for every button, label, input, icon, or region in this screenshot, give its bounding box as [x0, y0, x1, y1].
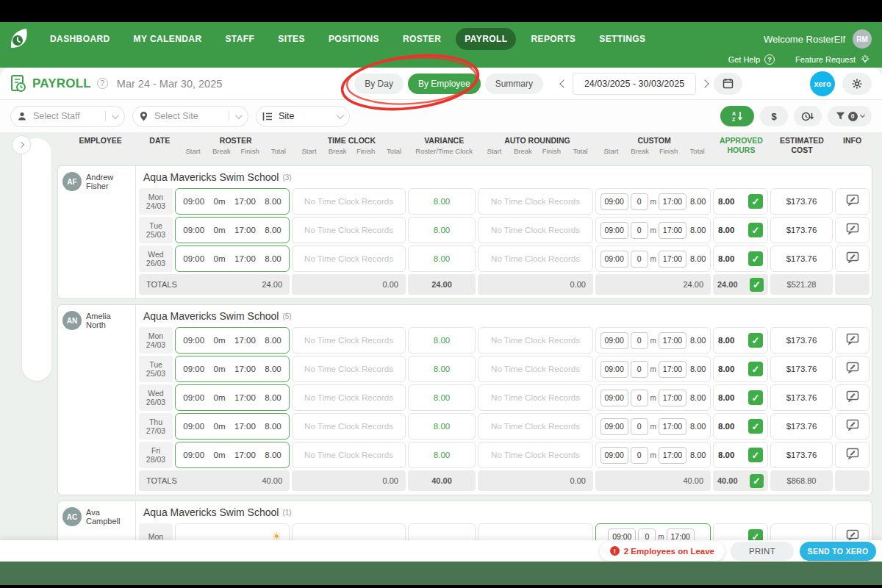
get-help-link[interactable]: Get Help ? — [728, 54, 775, 65]
employees-on-leave-button[interactable]: ! 2 Employees on Leave — [600, 542, 725, 561]
custom-break-input[interactable] — [631, 447, 648, 464]
totals-approved-checkbox[interactable] — [750, 474, 764, 488]
custom-start-input[interactable] — [600, 193, 628, 210]
custom-break-input[interactable] — [631, 390, 648, 406]
sub-label: Break — [625, 146, 654, 157]
roster-cell[interactable]: 09:000m17:008.00 — [175, 413, 290, 440]
custom-start-input[interactable] — [600, 390, 628, 406]
approved-checkbox[interactable] — [748, 223, 763, 237]
employee-avatar: AC — [62, 507, 82, 526]
custom-start-input[interactable] — [600, 447, 628, 464]
custom-break-input[interactable] — [638, 528, 656, 541]
custom-finish-input[interactable] — [659, 390, 686, 406]
prev-week-button[interactable] — [559, 79, 567, 87]
xero-integration-badge[interactable]: xero — [810, 71, 835, 96]
tab-by-employee[interactable]: By Employee — [408, 74, 481, 94]
group-by-dropdown[interactable]: Site — [256, 106, 350, 127]
custom-break-input[interactable] — [631, 418, 648, 435]
sub-label: Break — [509, 146, 537, 157]
custom-finish-input[interactable] — [659, 361, 686, 378]
edit-note-button[interactable] — [846, 362, 859, 376]
roster-cell[interactable]: 09:000m17:008.00 — [175, 188, 290, 215]
approved-cell: 8.00 — [713, 217, 768, 243]
approved-checkbox[interactable] — [748, 448, 763, 462]
col-label-info: INFO — [835, 135, 870, 146]
edit-note-button[interactable] — [846, 419, 859, 434]
custom-finish-input[interactable] — [659, 332, 686, 349]
edit-note-button[interactable] — [846, 223, 859, 237]
nav-item-positions[interactable]: POSITIONS — [320, 28, 388, 50]
custom-finish-input[interactable] — [659, 447, 686, 464]
custom-break-input[interactable] — [631, 222, 648, 239]
approved-checkbox[interactable] — [748, 194, 763, 209]
nav-item-payroll[interactable]: PAYROLL — [456, 28, 516, 50]
time-rounding-button[interactable] — [794, 106, 822, 126]
variance-cell: 8.00 — [408, 217, 476, 243]
custom-break-input[interactable] — [631, 251, 648, 268]
feature-request-link[interactable]: Feature Request — [795, 54, 870, 65]
tab-by-day[interactable]: By Day — [354, 74, 404, 94]
custom-finish-input[interactable] — [659, 193, 686, 210]
date-range-picker[interactable]: 24/03/2025 - 30/03/2025 — [573, 73, 696, 95]
custom-start-input[interactable] — [608, 528, 636, 541]
roster-cell[interactable]: 09:000m17:008.00 — [175, 327, 290, 354]
select-staff-dropdown[interactable]: Select Staff — [10, 106, 125, 127]
approved-checkbox[interactable] — [748, 362, 763, 376]
edit-note-button[interactable] — [846, 194, 859, 209]
edit-note-button[interactable] — [846, 390, 859, 405]
site-name: Aqua Mavericks Swim School — [143, 310, 279, 322]
nav-item-reports[interactable]: REPORTS — [522, 28, 584, 50]
next-week-button[interactable] — [700, 79, 709, 87]
nav-item-roster[interactable]: ROSTER — [394, 28, 450, 50]
custom-start-input[interactable] — [600, 332, 628, 349]
costs-toggle-button[interactable]: $ — [760, 106, 788, 126]
payroll-help-icon[interactable]: ? — [97, 78, 108, 89]
roster-cell[interactable]: 09:000m17:008.00 — [175, 245, 290, 272]
custom-total: 8.00 — [690, 451, 706, 459]
edit-note-button[interactable] — [846, 251, 859, 266]
select-site-dropdown[interactable]: Select Site — [132, 106, 248, 127]
custom-start-input[interactable] — [600, 222, 628, 239]
custom-break-input[interactable] — [631, 332, 648, 349]
expand-panel-button[interactable] — [12, 135, 31, 154]
approved-checkbox[interactable] — [748, 333, 763, 348]
custom-finish-input[interactable] — [659, 222, 686, 239]
time-clock-cell — [292, 523, 406, 540]
col-label-auto: AUTO ROUNDING — [480, 135, 595, 146]
custom-finish-input[interactable] — [659, 251, 686, 268]
nav-item-my-calendar[interactable]: MY CALENDAR — [125, 28, 211, 50]
send-to-xero-button[interactable]: SEND TO XERO — [800, 542, 876, 561]
approved-checkbox[interactable] — [748, 419, 763, 434]
print-button[interactable]: PRINT — [731, 542, 794, 561]
totals-approved-checkbox[interactable] — [750, 278, 764, 292]
edit-note-button[interactable] — [846, 448, 859, 462]
roster-cell[interactable]: 09:000m17:008.00 — [175, 217, 290, 243]
user-avatar[interactable]: RM — [853, 29, 872, 49]
nav-item-dashboard[interactable]: DASHBOARD — [41, 28, 119, 50]
approved-checkbox[interactable] — [748, 390, 763, 405]
sort-az-button[interactable]: A Z — [720, 106, 754, 126]
roster-cell[interactable]: 09:000m17:008.00 — [175, 384, 290, 411]
calendar-button[interactable] — [714, 73, 742, 95]
edit-note-button[interactable] — [846, 529, 859, 540]
tab-summary[interactable]: Summary — [485, 74, 543, 94]
custom-start-input[interactable] — [600, 361, 628, 378]
roster-cell[interactable]: 09:000m17:008.00 — [175, 442, 290, 468]
collapsed-side-panel[interactable] — [22, 138, 51, 381]
filter-button[interactable]: 0 — [828, 106, 872, 126]
custom-finish-input[interactable] — [659, 418, 686, 435]
edit-note-button[interactable] — [846, 333, 859, 348]
nav-item-sites[interactable]: SITES — [269, 28, 314, 50]
roster-cell[interactable]: 09:000m17:008.00 — [175, 356, 290, 382]
nav-item-settings[interactable]: SETTINGS — [590, 28, 654, 50]
custom-break-input[interactable] — [631, 361, 648, 378]
nav-item-staff[interactable]: STAFF — [216, 28, 263, 50]
custom-start-input[interactable] — [600, 418, 628, 435]
rosterelf-logo-icon[interactable] — [6, 26, 32, 52]
custom-finish-input[interactable] — [667, 528, 695, 541]
settings-button[interactable] — [842, 73, 872, 95]
approved-checkbox[interactable] — [748, 529, 763, 540]
approved-checkbox[interactable] — [748, 251, 763, 266]
custom-start-input[interactable] — [600, 251, 628, 268]
custom-break-input[interactable] — [631, 193, 648, 210]
